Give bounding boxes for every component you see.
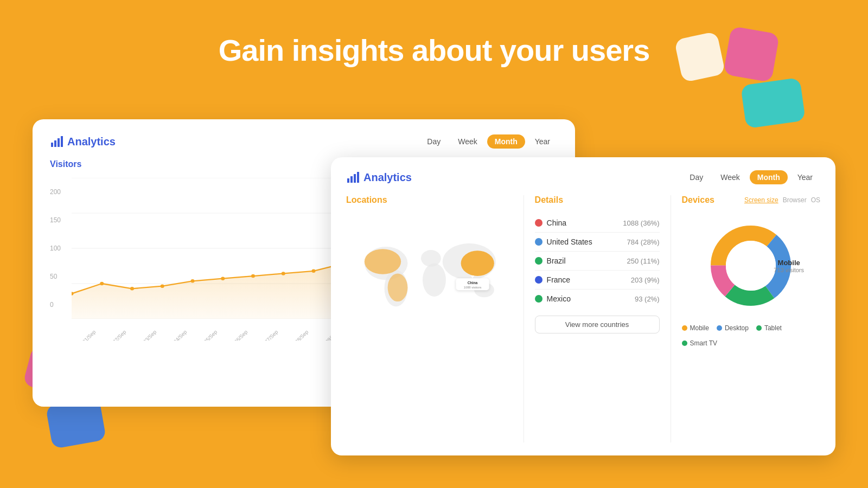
detail-row-france: France 203 (9%) <box>535 271 660 290</box>
details-column: Details China 1088 (36%) United States 7 <box>524 195 671 442</box>
deco-white-shape <box>674 31 726 83</box>
back-card-time-filters: Day Week Month Year <box>419 134 558 149</box>
svg-point-56 <box>726 241 776 291</box>
filter-year-front[interactable]: Year <box>790 170 820 184</box>
filter-week-front[interactable]: Week <box>713 170 748 184</box>
tablet-dot <box>756 325 762 331</box>
donut-chart-area: Mobile 713 visitors <box>682 211 820 320</box>
deco-pink-shape-top <box>723 26 780 82</box>
device-filter-screensize[interactable]: Screen size <box>744 196 778 204</box>
locations-title: Locations <box>346 195 513 205</box>
filter-year-back[interactable]: Year <box>527 134 558 149</box>
detail-row-china: China 1088 (36%) <box>535 214 660 233</box>
filter-day-front[interactable]: Day <box>682 170 711 184</box>
svg-point-22 <box>191 279 195 283</box>
filter-month-back[interactable]: Month <box>487 134 525 149</box>
mexico-flag <box>535 295 542 303</box>
filter-week-back[interactable]: Week <box>450 134 485 149</box>
analytics-icon <box>50 135 63 148</box>
svg-rect-36 <box>350 176 353 183</box>
filter-day-back[interactable]: Day <box>419 134 448 149</box>
svg-point-46 <box>388 274 408 302</box>
desktop-dot <box>717 325 722 331</box>
front-card-logo: Analytics <box>346 171 412 184</box>
detail-row-brazil: Brazil 250 (11%) <box>535 252 660 271</box>
svg-rect-8 <box>51 143 53 147</box>
svg-point-21 <box>161 284 164 288</box>
front-card-time-filters: Day Week Month Year <box>682 170 820 184</box>
france-flag <box>535 276 542 284</box>
detail-row-mexico: Mexico 93 (2%) <box>535 290 660 308</box>
analytics-icon-front <box>346 171 359 184</box>
analytics-detail-card: Analytics Day Week Month Year Locations <box>331 157 835 455</box>
svg-text:China: China <box>468 281 478 285</box>
y-axis-labels: 0 50 100 150 200 <box>50 178 69 319</box>
front-card-body: Locations <box>346 195 820 442</box>
svg-point-19 <box>100 282 104 286</box>
svg-point-25 <box>282 272 285 275</box>
svg-rect-37 <box>354 174 356 183</box>
device-filter-os[interactable]: OS <box>811 196 820 204</box>
svg-point-23 <box>221 277 225 280</box>
svg-point-26 <box>312 269 316 273</box>
legend-smarttv: Smart TV <box>682 339 717 347</box>
devices-column: Devices Screen size Browser OS <box>671 195 820 442</box>
filter-month-front[interactable]: Month <box>750 170 788 184</box>
legend-mobile: Mobile <box>682 324 709 332</box>
svg-rect-9 <box>54 140 56 147</box>
back-card-logo: Analytics <box>50 135 116 148</box>
brazil-flag <box>535 257 542 265</box>
svg-point-42 <box>423 264 446 297</box>
svg-rect-10 <box>58 138 60 147</box>
cards-area: Analytics Day Week Month Year Visitors 0… <box>33 119 835 455</box>
detail-row-us: United States 784 (28%) <box>535 233 660 252</box>
svg-point-24 <box>251 274 255 278</box>
view-more-countries-button[interactable]: View more countries <box>535 316 660 333</box>
china-flag <box>535 219 542 227</box>
back-card-header: Analytics Day Week Month Year <box>50 134 558 149</box>
world-map: China 1088 visitors <box>346 214 513 333</box>
svg-rect-11 <box>61 136 63 147</box>
mobile-dot <box>682 325 687 331</box>
device-legend: Mobile Desktop Tablet Smart TV <box>682 324 820 347</box>
map-svg: China 1088 visitors <box>346 214 513 333</box>
svg-point-20 <box>130 287 134 291</box>
svg-point-45 <box>365 249 401 274</box>
device-filter-browser[interactable]: Browser <box>783 196 807 204</box>
front-card-header: Analytics Day Week Month Year <box>346 170 820 184</box>
svg-rect-35 <box>347 178 349 183</box>
locations-column: Locations <box>346 195 524 442</box>
us-flag <box>535 238 542 246</box>
svg-point-47 <box>461 251 494 276</box>
smarttv-dot <box>682 341 687 346</box>
devices-header: Devices Screen size Browser OS <box>682 195 820 205</box>
svg-text:1088 visitors: 1088 visitors <box>464 286 482 289</box>
devices-title: Devices <box>682 195 715 205</box>
svg-rect-38 <box>357 172 359 183</box>
device-filter-tabs: Screen size Browser OS <box>744 196 820 204</box>
donut-center-label: Mobile 713 visitors <box>774 259 804 273</box>
legend-tablet: Tablet <box>756 324 782 332</box>
details-title: Details <box>535 195 660 205</box>
legend-desktop: Desktop <box>717 324 749 332</box>
